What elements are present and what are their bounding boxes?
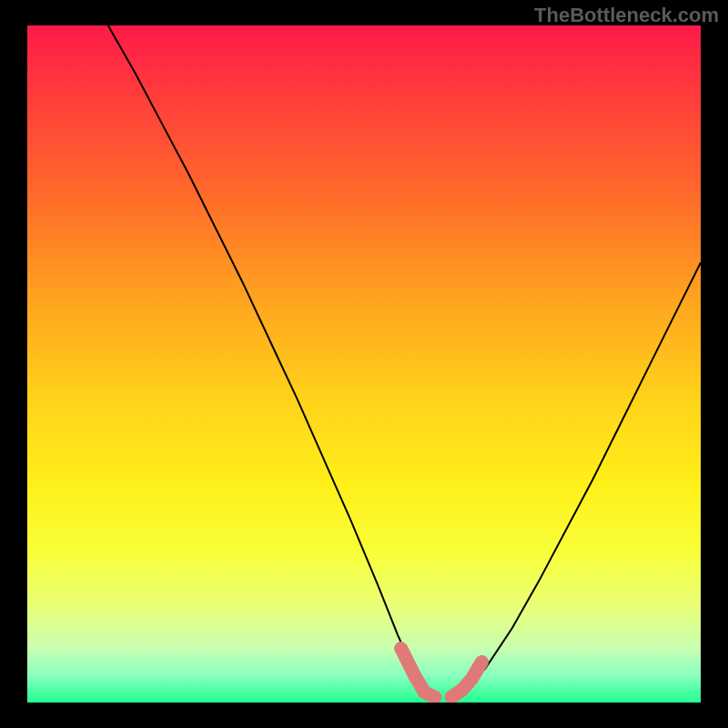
chart-plot-area [27,25,701,703]
chart-svg [27,25,701,703]
right-marker-band [451,662,481,697]
left-marker-band [401,649,435,698]
left-curve [108,25,435,699]
watermark-text: TheBottleneck.com [534,4,719,27]
right-curve [451,262,701,699]
